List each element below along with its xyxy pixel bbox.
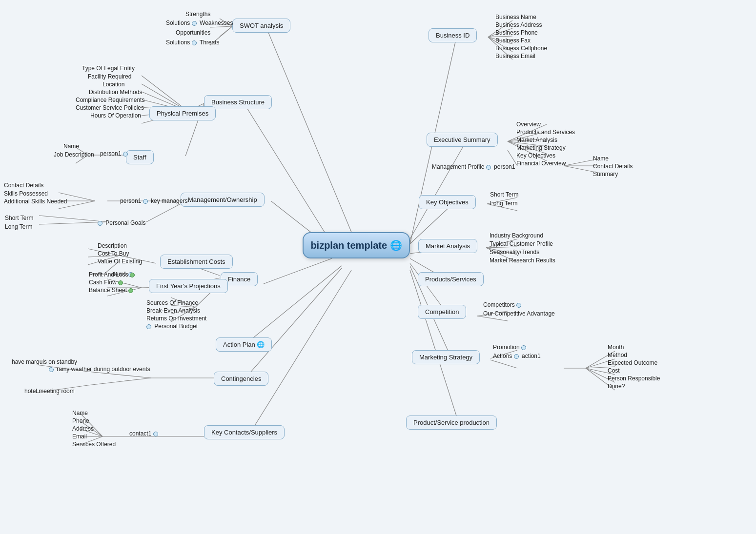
svg-line-14: [248, 270, 351, 436]
kc-services: Services Offered: [72, 441, 116, 448]
svg-line-4: [410, 204, 453, 244]
typical-customer: Typical Customer Profile: [490, 240, 553, 247]
market-analysis-label: Market Analysis: [426, 242, 470, 250]
competitive-advantage: Our Competitive Advantage: [483, 310, 555, 317]
ec-description: Description: [98, 242, 127, 249]
marketing-strategy-node[interactable]: Marketing Strategy: [412, 350, 480, 364]
additional-skills: Additional Skills Needed: [4, 198, 67, 205]
business-address: Business Address: [495, 21, 542, 28]
management-label: Management/Ownership: [188, 196, 257, 203]
action-method: Method: [608, 352, 627, 358]
product-service-production-node[interactable]: Product/Service production: [406, 415, 497, 430]
product-service-production-label: Product/Service production: [413, 419, 490, 426]
marquis: have marquis on standby: [12, 358, 77, 365]
action-month: Month: [608, 344, 624, 351]
key-contacts-node[interactable]: Key Contacts/Suppliers: [204, 425, 285, 439]
marketing-strategy-es: Marketing Strategy: [516, 144, 566, 151]
svg-line-7: [264, 258, 332, 284]
svg-line-17: [220, 26, 232, 37]
first-years-node[interactable]: First Year's Projections: [149, 279, 228, 293]
rainy-weather: rainy weather during outdoor events: [49, 366, 150, 373]
center-node[interactable]: bizplan template 🌐: [303, 232, 410, 258]
svg-line-12: [245, 268, 342, 378]
competitors: Competitors: [483, 301, 523, 308]
svg-line-0: [266, 27, 356, 244]
swot-label: SWOT analysis: [240, 22, 283, 29]
mp-name: Name: [593, 155, 609, 162]
personal-goals-text: Personal Goals: [98, 219, 145, 226]
cash-flow: Cash Flow: [89, 279, 124, 286]
svg-line-16: [210, 26, 232, 27]
business-phone: Business Phone: [495, 29, 538, 36]
kc-address: Address: [72, 425, 94, 432]
industry-bg: Industry Background: [490, 232, 543, 239]
executive-summary-node[interactable]: Executive Summary: [427, 133, 498, 147]
market-analysis-node[interactable]: Market Analysis: [418, 239, 477, 253]
pg-long: Long Term: [5, 223, 32, 230]
finance-label: Finance: [228, 276, 250, 283]
staff-node[interactable]: Staff: [126, 150, 154, 164]
ko-short: Short Term: [490, 191, 518, 198]
key-contacts-label: Key Contacts/Suppliers: [211, 429, 277, 436]
compliance: Compliance Requirements: [76, 97, 144, 103]
management-profile-text: Management Profile person1: [432, 163, 515, 170]
kc-email: Email: [72, 433, 87, 440]
seasonality: Seasonality/Trends: [490, 249, 539, 256]
promotion: Promotion: [493, 344, 528, 351]
svg-line-54: [146, 204, 181, 222]
balance-sheet: Balance Sheet: [89, 287, 135, 294]
svg-line-13: [410, 270, 459, 423]
action-person: Person Responsible: [608, 375, 660, 382]
physical-premises-label: Physical Premises: [157, 110, 208, 117]
overview: Overview: [516, 121, 541, 128]
products-services-es: Products and Services: [516, 129, 575, 136]
business-id-node[interactable]: Business ID: [429, 28, 477, 42]
contact1-text: contact1: [129, 430, 160, 437]
competition-node[interactable]: Competition: [418, 305, 466, 319]
swot-node[interactable]: SWOT analysis: [232, 19, 290, 33]
action-plan-label: Action Plan 🌐: [223, 341, 265, 348]
svg-line-56: [39, 222, 107, 224]
kc-phone: Phone: [72, 417, 89, 424]
action-outcome: Expected Outcome: [608, 359, 657, 366]
svg-line-81: [490, 360, 517, 368]
management-node[interactable]: Management/Ownership: [181, 193, 265, 207]
swot-strengths: Strengths: [185, 11, 210, 18]
sources-finance: Sources Of Finance: [146, 299, 198, 306]
kc-name: Name: [72, 410, 88, 416]
staff-name: Name: [63, 143, 79, 150]
staff-label: Staff: [133, 154, 146, 161]
market-analysis-es: Market Analysis: [516, 137, 557, 143]
customer-service: Customer Service Policies: [76, 104, 144, 111]
key-objectives-node[interactable]: Key Objectives: [419, 195, 476, 209]
svg-line-55: [39, 216, 107, 222]
swot-opportunities: Opportunities: [176, 29, 210, 36]
executive-summary-label: Executive Summary: [434, 136, 490, 143]
action-plan-node[interactable]: Action Plan 🌐: [216, 337, 272, 352]
mp-summary: Summary: [593, 171, 618, 178]
actions-text: Actions action1: [493, 353, 541, 359]
financial-overview: Financial Overview: [516, 160, 566, 167]
break-even: Break-Even Analysis: [146, 307, 200, 314]
personal-budget: Personal Budget: [146, 323, 198, 330]
business-cellphone: Business Cellphone: [495, 45, 547, 52]
contingencies-label: Contingencies: [221, 375, 261, 382]
svg-line-10: [246, 266, 342, 343]
key-managers-text: person1 key managers: [120, 198, 187, 204]
products-services-node[interactable]: Products/Services: [418, 272, 484, 286]
physical-premises-node[interactable]: Physical Premises: [149, 106, 216, 120]
hours-operation: Hours Of Operation: [90, 112, 141, 119]
hotel-meeting: hotel meeting room: [24, 388, 75, 395]
competition-label: Competition: [425, 308, 459, 316]
establishment-costs-label: Establishment Costs: [167, 258, 225, 265]
business-email: Business Email: [495, 53, 535, 59]
center-label: bizplan template 🌐: [310, 239, 402, 251]
returns-investment: Returns On Investment: [146, 315, 206, 322]
first-years-label: First Year's Projections: [156, 282, 221, 290]
profit-loss: Profit And Loss: [89, 271, 136, 278]
action-cost: Cost: [608, 367, 620, 374]
pg-short: Short Term: [5, 215, 33, 221]
business-name: Business Name: [495, 14, 536, 20]
establishment-costs-node[interactable]: Establishment Costs: [160, 255, 233, 269]
contingencies-node[interactable]: Contingencies: [214, 372, 268, 386]
